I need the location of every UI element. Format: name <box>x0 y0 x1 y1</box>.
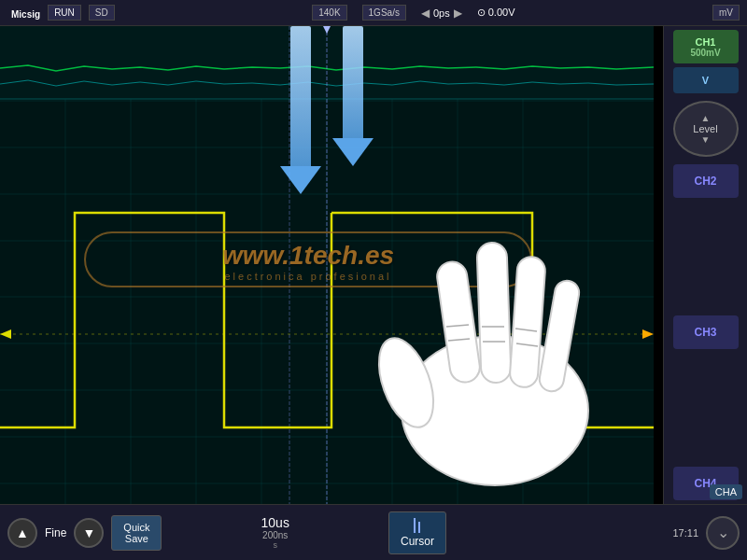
time-unit: s <box>273 540 277 550</box>
mv-label: mV <box>712 5 740 21</box>
quick-save-label: QuickSave <box>123 522 149 544</box>
right-panel: CH1 500mV V ▲ Level ▼ CH2 CH3 CH4 <box>663 26 747 504</box>
ch1-scale: 500mV <box>690 48 720 58</box>
run-status: RUN <box>48 5 81 21</box>
time-right-arrow[interactable]: ▶ <box>454 7 462 20</box>
brand-logo: Micsig <box>7 5 40 21</box>
level-up-arrow: ▲ <box>701 113 711 123</box>
sample-rate: 1GSa/s <box>362 5 406 21</box>
nav-up-button[interactable]: ▲ <box>7 518 37 548</box>
clock-display: 17:11 <box>672 527 698 539</box>
level-down-arrow: ▼ <box>701 134 711 145</box>
storage-indicator: SD <box>89 5 115 21</box>
oscilloscope-display: www.1tech.es electronica profesional <box>0 26 654 504</box>
quick-save-button[interactable]: QuickSave <box>111 515 162 551</box>
level-arrows: ▲ <box>701 113 711 123</box>
level-arrows-down: ▼ <box>701 134 711 145</box>
voltage-display: ⊙ 0.00V <box>477 7 515 19</box>
time-main-value: 10us <box>261 515 289 530</box>
time-display: 10us 200ns s <box>169 515 381 550</box>
volt-button[interactable]: V <box>673 67 739 93</box>
ch2-label: CH2 <box>694 175 716 188</box>
cursor-label: Cursor <box>401 535 434 548</box>
level-knob[interactable]: ▲ Level ▼ <box>673 101 739 157</box>
time-reference: ◀ 0ps ▶ <box>421 7 462 20</box>
brand-name: Micsig <box>11 9 40 20</box>
time-left-arrow[interactable]: ◀ <box>421 7 430 20</box>
bottom-bar: ▲ Fine ▼ QuickSave 10us 200ns s Cursor 1… <box>0 504 747 560</box>
cha-label[interactable]: CHA <box>710 484 742 499</box>
cursor-icon <box>414 518 420 533</box>
top-bar: Micsig RUN SD 140K 1GSa/s ◀ 0ps ▶ ⊙ 0.00… <box>0 0 747 26</box>
ch3-button[interactable]: CH3 <box>673 315 739 349</box>
cursor-button[interactable]: Cursor <box>388 511 446 554</box>
level-label: Level <box>693 123 717 134</box>
nav-down-button[interactable]: ▼ <box>74 518 104 548</box>
grid-canvas <box>0 26 654 504</box>
ch3-label: CH3 <box>694 326 716 339</box>
time-ref-value: 0ps <box>433 7 450 19</box>
top-center: 140K 1GSa/s ◀ 0ps ▶ ⊙ 0.00V <box>122 5 705 21</box>
fine-label: Fine <box>45 526 66 539</box>
ch1-button[interactable]: CH1 500mV <box>673 30 739 63</box>
ch1-label: CH1 <box>695 36 715 48</box>
time-sub-value: 200ns <box>262 530 288 540</box>
ch2-button[interactable]: CH2 <box>673 164 739 198</box>
volt-label: V <box>702 75 709 86</box>
memory-depth: 140K <box>312 5 346 21</box>
menu-button[interactable]: ⌄ <box>706 516 740 550</box>
